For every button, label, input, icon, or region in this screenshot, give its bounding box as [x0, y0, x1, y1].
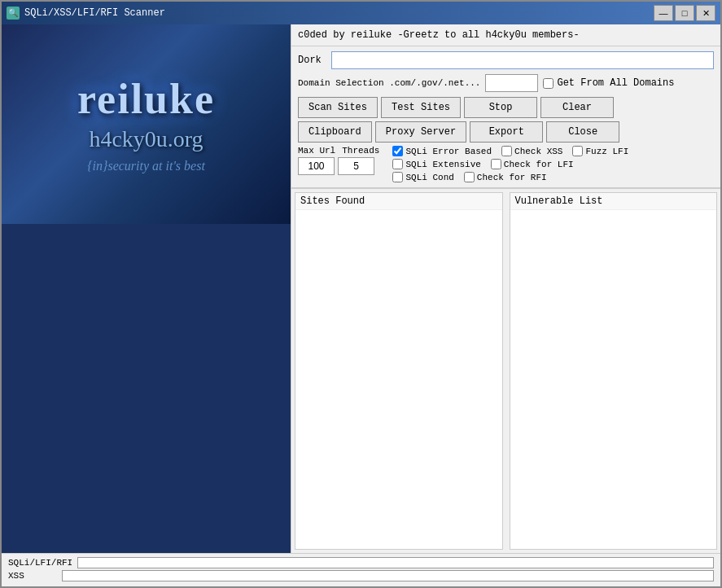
logo-image: reiluke h4cky0u.org {in}security at it's… [2, 24, 291, 224]
sqli-extensive-checkbox[interactable] [392, 159, 403, 169]
scan-sites-button[interactable]: Scan Sites [298, 97, 378, 118]
sqli-status-row: SQLi/LFI/RFI [8, 557, 714, 568]
close-app-button[interactable]: Close [546, 121, 619, 143]
status-bars: SQLi/LFI/RFI XSS [2, 553, 720, 586]
window-controls: — □ ✕ [654, 5, 715, 21]
get-from-all-checkbox[interactable] [543, 78, 554, 89]
buttons-row-2: Clipboard Proxy Server Export Close [298, 121, 714, 143]
dork-label: Dork [298, 55, 326, 66]
xss-progress-bar [62, 570, 714, 581]
main-window: 🔍 SQLi/XSS/LFI/RFI Scanner — □ ✕ reiluke… [0, 0, 722, 588]
minimize-button[interactable]: — [654, 5, 673, 21]
logo-site: h4cky0u.org [89, 126, 203, 152]
header-text: c0ded by reiluke -Greetz to all h4cky0u … [298, 29, 580, 41]
title-bar: 🔍 SQLi/XSS/LFI/RFI Scanner — □ ✕ [2, 2, 720, 24]
right-panel: c0ded by reiluke -Greetz to all h4cky0u … [291, 24, 720, 553]
sites-found-content[interactable] [295, 210, 502, 549]
proxy-server-button[interactable]: Proxy Server [375, 121, 466, 143]
left-panel: reiluke h4cky0u.org {in}security at it's… [2, 24, 291, 553]
vulnerable-list-header: Vulnerable List [510, 193, 717, 210]
dork-input[interactable] [331, 51, 714, 69]
clear-button[interactable]: Clear [540, 97, 614, 118]
logo-tagline: {in}security at it's best [87, 159, 205, 173]
sites-found-pane: Sites Found [295, 192, 503, 550]
sites-found-header: Sites Found [295, 193, 502, 210]
maximize-button[interactable]: □ [675, 5, 694, 21]
get-from-all-text: Get From All Domains [557, 77, 674, 89]
max-url-input[interactable] [298, 157, 335, 175]
options-row: Max UrlThreadsSQLi Error BasedCheck XSSF… [298, 146, 714, 182]
export-button[interactable]: Export [470, 121, 543, 143]
vulnerable-list-pane: Vulnerable List [510, 192, 718, 550]
close-window-button[interactable]: ✕ [696, 5, 715, 21]
window-title: SQLi/XSS/LFI/RFI Scanner [24, 7, 654, 19]
logo-name: reiluke [77, 75, 215, 123]
threads-input[interactable] [338, 157, 374, 175]
clipboard-button[interactable]: Clipboard [298, 121, 372, 143]
stop-button[interactable]: Stop [464, 97, 537, 118]
sqli-progress-bar [77, 557, 714, 568]
app-icon: 🔍 [7, 7, 20, 20]
buttons-row-1: Scan Sites Test Sites Stop Clear [298, 97, 714, 118]
main-content: reiluke h4cky0u.org {in}security at it's… [2, 24, 720, 553]
check-for-lfi-checkbox[interactable] [491, 159, 501, 169]
get-from-all-label[interactable]: Get From All Domains [543, 77, 674, 89]
dork-row: Dork [298, 51, 714, 69]
controls-area: Dork Domain Selection .com/.gov/.net... … [291, 46, 720, 188]
header-bar: c0ded by reiluke -Greetz to all h4cky0u … [291, 24, 720, 46]
check-for-rfi-checkbox[interactable] [464, 172, 475, 182]
test-sites-button[interactable]: Test Sites [381, 97, 461, 118]
fuzz-lfi-checkbox[interactable] [572, 146, 583, 156]
sqli-cond-checkbox[interactable] [392, 172, 403, 182]
domain-row: Domain Selection .com/.gov/.net... Get F… [298, 74, 714, 92]
vulnerable-list-content[interactable] [510, 210, 717, 549]
check-xss-checkbox[interactable] [501, 146, 512, 156]
sqli-status-label: SQLi/LFI/RFI [8, 558, 72, 568]
xss-status-label: XSS [8, 571, 57, 581]
sqli-error-based-checkbox[interactable] [392, 146, 403, 156]
domain-label: Domain Selection .com/.gov/.net... [298, 78, 480, 88]
split-panes: Sites Found Vulnerable List [291, 188, 720, 553]
domain-input[interactable] [485, 74, 538, 92]
xss-status-row: XSS [8, 570, 714, 581]
